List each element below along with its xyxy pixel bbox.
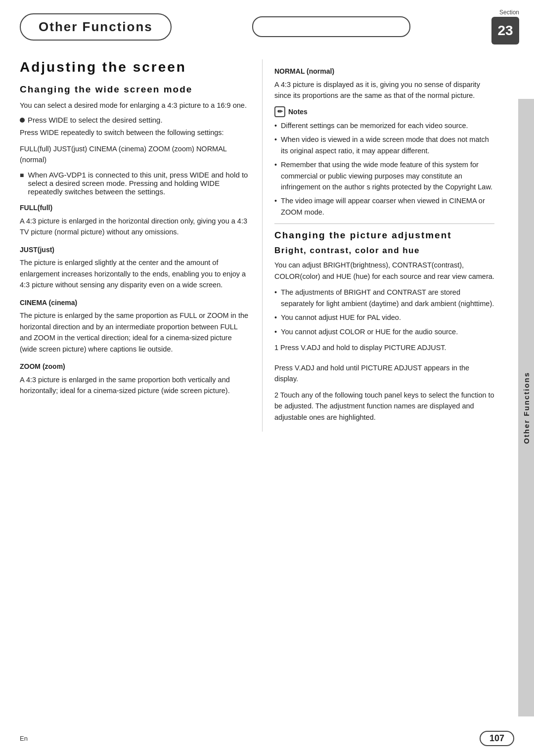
bright-note-2: You cannot adjust HUE for PAL video. bbox=[274, 312, 494, 323]
zoom-label: ZOOM (zoom) bbox=[20, 361, 250, 372]
cinema-label: CINEMA (cinema) bbox=[20, 298, 250, 309]
press-wide-text: Press WIDE repeatedly to switch between … bbox=[20, 127, 250, 138]
page-container: Other Functions Section 23 Adjusting the… bbox=[0, 0, 534, 756]
divider bbox=[274, 223, 494, 224]
note-item-2: When video is viewed in a wide screen mo… bbox=[274, 134, 494, 156]
main-content: Adjusting the screen Changing the wide s… bbox=[0, 49, 534, 432]
bright-title: Bright, contrast, color and hue bbox=[274, 246, 494, 256]
just-text: The picture is enlarged slightly at the … bbox=[20, 257, 250, 290]
left-column: Adjusting the screen Changing the wide s… bbox=[0, 59, 262, 432]
step-1b-text: Press V.ADJ and hold until PICTURE ADJUS… bbox=[274, 362, 494, 385]
just-label: JUST(just) bbox=[20, 245, 250, 256]
header: Other Functions Section 23 bbox=[0, 0, 534, 49]
full-label: FULL(full) bbox=[20, 203, 250, 214]
vertical-sidebar: Other Functions bbox=[518, 99, 534, 716]
bullet-circle-icon bbox=[20, 118, 25, 123]
step-2: 2 Touch any of the following touch panel… bbox=[274, 390, 494, 428]
section-number: 23 bbox=[491, 17, 519, 44]
notes-label: Notes bbox=[288, 108, 308, 116]
footer-page: 107 bbox=[480, 731, 514, 746]
right-column: NORMAL (normal) A 4:3 picture is display… bbox=[262, 59, 504, 432]
page-number: 107 bbox=[480, 731, 514, 746]
note-item-3: Remember that using the wide mode featur… bbox=[274, 159, 494, 192]
header-left: Other Functions bbox=[20, 13, 172, 41]
bright-notes-list: The adjustments of BRIGHT and CONTRAST a… bbox=[274, 287, 494, 337]
step-1: 1 Press V.ADJ and hold to display PICTUR… bbox=[274, 342, 494, 358]
vertical-sidebar-text: Other Functions bbox=[522, 372, 531, 444]
bright-intro: You can adjust BRIGHT(brightness), CONTR… bbox=[274, 260, 494, 282]
bullet-press-wide: Press WIDE to select the desired setting… bbox=[20, 116, 250, 124]
header-section-box bbox=[252, 16, 410, 37]
normal-label: NORMAL (normal) bbox=[274, 66, 494, 77]
normal-text: A 4:3 picture is displayed as it is, giv… bbox=[274, 79, 494, 101]
bright-note-3: You cannot adjust COLOR or HUE for the a… bbox=[274, 326, 494, 337]
intro-text: You can select a desired mode for enlarg… bbox=[20, 100, 250, 111]
notes-list: Different settings can be memorized for … bbox=[274, 120, 494, 218]
full-text: A 4:3 picture is enlarged in the horizon… bbox=[20, 216, 250, 238]
zoom-text: A 4:3 picture is enlarged in the same pr… bbox=[20, 374, 250, 397]
notes-header: ✏ Notes bbox=[274, 106, 494, 117]
footer-en-label: En bbox=[20, 735, 28, 742]
step-1-text: 1 Press V.ADJ and hold to display PICTUR… bbox=[274, 342, 446, 353]
avg-note-text: When AVG-VDP1 is connected to this unit,… bbox=[28, 171, 250, 196]
cinema-text: The picture is enlarged by the same prop… bbox=[20, 310, 250, 355]
other-functions-title: Other Functions bbox=[20, 13, 172, 41]
header-middle bbox=[172, 16, 491, 37]
section-label: Section bbox=[499, 9, 519, 16]
header-right: Section 23 bbox=[491, 9, 519, 44]
note-item-1: Different settings can be memorized for … bbox=[274, 120, 494, 131]
avg-note: ■ When AVG-VDP1 is connected to this uni… bbox=[20, 171, 250, 196]
modes-line: FULL(full) JUST(just) CINEMA (cinema) ZO… bbox=[20, 143, 250, 166]
bullet-text: Press WIDE to select the desired setting… bbox=[28, 116, 163, 124]
main-title: Adjusting the screen bbox=[20, 59, 250, 75]
square-bullet-icon: ■ bbox=[20, 171, 24, 179]
footer: En 107 bbox=[0, 731, 534, 746]
bright-note-1: The adjustments of BRIGHT and CONTRAST a… bbox=[274, 287, 494, 309]
step-2-text: 2 Touch any of the following touch panel… bbox=[274, 390, 494, 423]
picture-adj-title: Changing the picture adjustment bbox=[274, 230, 494, 241]
wide-screen-title: Changing the wide screen mode bbox=[20, 84, 250, 95]
note-icon: ✏ bbox=[274, 106, 285, 117]
note-item-4: The video image will appear coarser when… bbox=[274, 195, 494, 218]
